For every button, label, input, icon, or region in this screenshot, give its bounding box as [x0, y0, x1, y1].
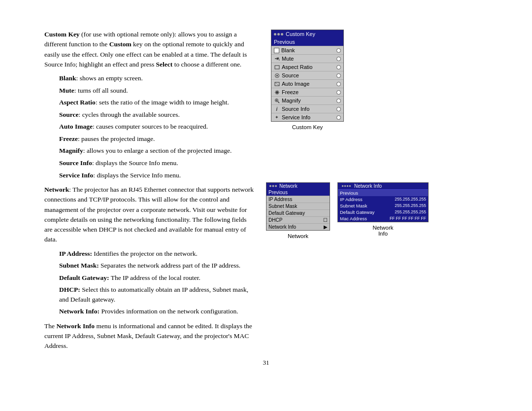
network-menu-window: Network Previous IP Address Subnet Mask …	[266, 182, 330, 231]
svg-point-5	[276, 75, 278, 76]
freeze-icon	[274, 89, 280, 95]
service-info-item: Service Info: displays the Service Info …	[59, 171, 256, 180]
auto-image-radio	[336, 82, 341, 86]
network-info-menu-group: Network Info Previous IP Address 255.255…	[337, 182, 429, 237]
dot-2	[277, 33, 280, 35]
auto-image-icon	[274, 81, 280, 87]
subnet-mask-row: Subnet Mask	[266, 203, 330, 209]
feature-list: Blank: shows an empty screen. Mute: turn…	[59, 73, 256, 180]
blank-radio	[336, 48, 341, 53]
aspect-ratio-icon	[274, 64, 280, 70]
default-gateway-item: Default Gateway: The IP address of the l…	[59, 273, 256, 283]
netinfo-ip-row: IP Address 255.255.255.255	[338, 196, 428, 203]
source-item: Source: cycles through the available sou…	[59, 110, 256, 120]
service-info-radio	[336, 115, 341, 120]
source-row: Source	[271, 71, 343, 79]
blank-row: Blank	[271, 46, 343, 54]
network-info-window: Network Info Previous IP Address 255.255…	[337, 182, 429, 222]
source-info-item: Source Info: displays the Source Info me…	[59, 158, 256, 168]
dhcp-item: DHCP: Select this to automatically obtai…	[59, 285, 256, 304]
dot-1	[274, 33, 276, 35]
aspect-ratio-row: Aspect Ratio	[271, 63, 343, 71]
service-info-icon: ✦	[274, 114, 280, 120]
network-section: Network: The projector has an RJ45 Ether…	[44, 185, 256, 351]
mute-item: Mute: turns off all sound.	[59, 86, 256, 96]
network-info-caption: Network Info	[372, 225, 393, 237]
custom-key-menu-window: Custom Key Previous Blank	[271, 30, 344, 122]
blank-item: Blank: shows an empty screen.	[59, 73, 256, 83]
network-info-titlebar: Network Info	[338, 183, 428, 190]
network-intro: Network: The projector has an RJ45 Ether…	[44, 185, 256, 245]
source-info-icon: i	[274, 106, 280, 112]
source-icon	[274, 72, 280, 78]
magnify-icon	[274, 98, 280, 103]
auto-image-row: Auto Image	[271, 79, 343, 88]
custom-key-caption: Custom Key	[292, 124, 323, 130]
network-info-caption-line2: Info	[378, 231, 388, 237]
mute-row: Mute	[271, 54, 343, 63]
ip-address-row: IP Address	[266, 196, 330, 203]
freeze-radio	[336, 90, 341, 95]
source-info-radio	[336, 107, 341, 111]
previous-row-selected: Previous	[271, 38, 343, 46]
network-info-row: Network Info ▶	[266, 223, 330, 230]
svg-line-13	[278, 102, 279, 103]
netinfo-title-dots	[342, 185, 351, 187]
network-info-note: The Network Info menu is informational a…	[44, 321, 256, 351]
netinfo-gateway-row: Default Gateway 255.255.255.255	[338, 209, 428, 215]
network-previous-selected: Previous	[266, 189, 330, 196]
magnify-row: Magnify	[271, 96, 343, 104]
magnify-radio	[336, 99, 341, 103]
network-menu-group: Network Previous IP Address Subnet Mask …	[266, 182, 330, 239]
magnify-item: Magnify: allows you to enlarge a section…	[59, 146, 256, 156]
network-title-dots	[269, 185, 277, 187]
network-info-title: Network Info	[354, 183, 382, 189]
auto-image-item: Auto Image: causes computer sources to b…	[59, 122, 256, 132]
custom-key-term: Custom Key	[44, 31, 80, 38]
source-radio	[336, 73, 341, 78]
source-info-row: i Source Info	[271, 104, 343, 113]
network-info-item: Network Info: Provides information on th…	[59, 307, 256, 316]
netinfo-subnet-row: Subnet Mask 255.255.255.255	[338, 203, 428, 209]
custom-key-screenshot: Custom Key Previous Blank	[271, 30, 344, 130]
aspect-radio	[336, 65, 341, 69]
network-caption: Network	[288, 233, 308, 239]
custom-key-titlebar: Custom Key	[271, 30, 343, 38]
ip-address-item: IP Address: Identifies the projector on …	[59, 249, 256, 259]
blank-checkbox-icon	[274, 48, 279, 53]
custom-key-title: Custom Key	[286, 31, 315, 37]
main-text-block: Custom Key (for use with optional remote…	[44, 30, 256, 351]
network-screenshots-area: Network Previous IP Address Subnet Mask …	[266, 182, 429, 239]
aspect-ratio-item: Aspect Ratio: sets the ratio of the imag…	[59, 98, 256, 107]
dhcp-row: DHCP ☐	[266, 216, 330, 223]
subnet-mask-item: Subnet Mask: Separates the network addre…	[59, 261, 256, 271]
netinfo-previous-selected: Previous	[338, 190, 428, 196]
network-info-caption-line1: Network	[372, 225, 393, 231]
title-dots	[274, 33, 283, 35]
mute-icon	[274, 56, 280, 62]
default-gateway-row: Default Gateway	[266, 209, 330, 216]
mute-radio	[336, 57, 341, 61]
dot-3	[281, 33, 283, 35]
network-fields-list: IP Address: Identifies the projector on …	[59, 249, 256, 316]
svg-line-7	[275, 82, 279, 86]
intro-paragraph: Custom Key (for use with optional remote…	[44, 30, 256, 69]
page-number: 31	[263, 359, 269, 367]
network-menu-titlebar: Network	[266, 183, 330, 189]
freeze-row: Freeze	[271, 88, 343, 96]
svg-rect-3	[275, 66, 279, 69]
netinfo-mac-row: Mac Address FF FF FF FF FF FF	[338, 215, 428, 222]
network-menu-title: Network	[279, 183, 298, 189]
freeze-item: Freeze: pauses the projected image.	[59, 134, 256, 144]
service-info-row: ✦ Service Info	[271, 113, 343, 121]
